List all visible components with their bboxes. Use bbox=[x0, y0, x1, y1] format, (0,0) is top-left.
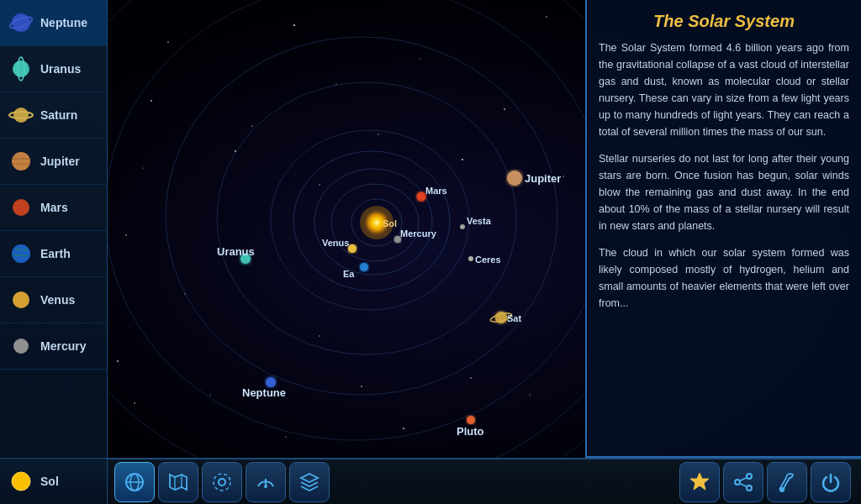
svg-marker-99 bbox=[690, 473, 709, 490]
bottom-nav-left bbox=[108, 462, 679, 502]
info-paragraph-1: The Solar System formed 4.6 billion year… bbox=[599, 39, 849, 140]
globe-button[interactable] bbox=[114, 462, 155, 502]
svg-text:Mars: Mars bbox=[425, 186, 447, 196]
solar-system-map: Mercury Venus Ea Mars Vesta Ceres Jupite… bbox=[108, 0, 585, 458]
svg-text:Ea: Ea bbox=[343, 269, 355, 279]
map-area[interactable]: Mercury Venus Ea Mars Vesta Ceres Jupite… bbox=[108, 0, 585, 458]
gauge-button[interactable] bbox=[246, 462, 286, 502]
neptune-label: Neptune bbox=[40, 16, 87, 29]
sidebar-item-jupiter[interactable]: Jupiter bbox=[0, 139, 107, 185]
sol-label: Sol bbox=[40, 475, 59, 488]
svg-point-67 bbox=[348, 244, 357, 253]
svg-text:Pluto: Pluto bbox=[457, 425, 484, 438]
svg-point-60 bbox=[108, 0, 585, 440]
saturn-icon bbox=[8, 102, 34, 128]
svg-text:Jupiter: Jupiter bbox=[525, 172, 561, 185]
svg-text:Ceres: Ceres bbox=[475, 255, 501, 265]
sidebar-sol[interactable]: Sol bbox=[0, 458, 108, 504]
power-button[interactable] bbox=[811, 462, 851, 502]
bottom-nav bbox=[108, 458, 861, 504]
svg-text:Sat: Sat bbox=[507, 313, 521, 323]
mercury-label: Mercury bbox=[40, 339, 86, 353]
uranus-icon bbox=[8, 56, 34, 81]
neptune-icon bbox=[8, 10, 34, 35]
map-button[interactable] bbox=[158, 462, 198, 502]
svg-marker-98 bbox=[301, 474, 318, 482]
svg-point-86 bbox=[467, 416, 475, 424]
svg-point-94 bbox=[219, 479, 225, 486]
settings-button[interactable] bbox=[202, 462, 242, 502]
tools-button[interactable] bbox=[767, 462, 807, 502]
svg-point-75 bbox=[468, 256, 473, 261]
sidebar-item-neptune[interactable]: Neptune bbox=[0, 0, 107, 46]
info-title: The Solar System bbox=[599, 12, 849, 31]
svg-point-105 bbox=[780, 487, 784, 491]
sidebar-item-sol[interactable]: Sol bbox=[0, 459, 107, 504]
svg-text:Uranus: Uranus bbox=[217, 245, 255, 258]
svg-text:Neptune: Neptune bbox=[242, 386, 286, 399]
sidebar-item-earth[interactable]: Earth bbox=[0, 231, 107, 277]
svg-text:Venus: Venus bbox=[322, 238, 349, 248]
svg-point-97 bbox=[264, 485, 267, 488]
svg-text:Mercury: Mercury bbox=[400, 228, 437, 239]
info-text: The Solar System formed 4.6 billion year… bbox=[599, 39, 849, 312]
sidebar-item-mercury[interactable]: Mercury bbox=[0, 323, 107, 370]
svg-point-40 bbox=[13, 60, 29, 77]
sidebar-item-uranus[interactable]: Uranus bbox=[0, 46, 107, 92]
svg-point-44 bbox=[12, 152, 30, 171]
bottom-nav-right bbox=[679, 462, 861, 502]
earth-icon bbox=[8, 241, 34, 266]
saturn-label: Saturn bbox=[40, 108, 77, 122]
svg-text:Sol: Sol bbox=[383, 218, 397, 228]
earth-label: Earth bbox=[40, 247, 71, 260]
svg-text:Vesta: Vesta bbox=[467, 216, 492, 226]
mars-label: Mars bbox=[40, 201, 68, 214]
svg-point-42 bbox=[13, 108, 29, 123]
layers-button[interactable] bbox=[289, 462, 330, 502]
favorites-button[interactable] bbox=[679, 462, 720, 502]
svg-line-104 bbox=[740, 483, 747, 486]
svg-point-100 bbox=[747, 474, 752, 479]
svg-point-69 bbox=[360, 263, 368, 271]
mars-icon bbox=[8, 195, 34, 220]
sidebar-item-mars[interactable]: Mars bbox=[0, 185, 107, 231]
info-paragraph-2: Stellar nurseries do not last for long a… bbox=[599, 150, 849, 234]
venus-label: Venus bbox=[40, 293, 75, 307]
sidebar-item-venus[interactable]: Venus bbox=[0, 277, 107, 323]
svg-point-71 bbox=[417, 192, 426, 202]
svg-point-77 bbox=[507, 171, 522, 186]
svg-point-49 bbox=[13, 291, 29, 308]
svg-point-95 bbox=[214, 474, 230, 491]
svg-line-103 bbox=[740, 477, 747, 480]
info-paragraph-3: The cloud in which our solar system form… bbox=[599, 244, 849, 312]
venus-icon bbox=[8, 287, 34, 312]
sidebar-item-saturn[interactable]: Saturn bbox=[0, 92, 107, 139]
svg-point-47 bbox=[13, 199, 29, 216]
jupiter-icon bbox=[8, 149, 34, 174]
svg-point-73 bbox=[460, 224, 465, 229]
uranus-label: Uranus bbox=[40, 62, 81, 76]
svg-point-102 bbox=[747, 486, 752, 491]
jupiter-label: Jupiter bbox=[40, 155, 80, 168]
sidebar: Neptune Uranus Saturn Jupiter Mars Earth bbox=[0, 0, 108, 466]
info-panel: The Solar System The Solar System formed… bbox=[585, 0, 861, 458]
sol-icon bbox=[8, 469, 34, 494]
svg-point-48 bbox=[12, 244, 30, 263]
mercury-icon bbox=[8, 333, 34, 359]
share-button[interactable] bbox=[723, 462, 763, 502]
svg-point-101 bbox=[735, 480, 740, 485]
svg-point-50 bbox=[13, 339, 29, 354]
